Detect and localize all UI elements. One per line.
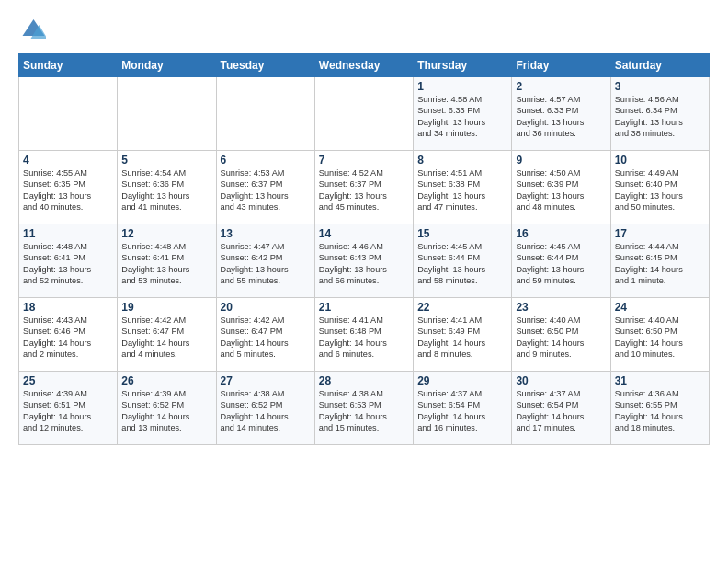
day-cell: 23Sunrise: 4:40 AM Sunset: 6:50 PM Dayli…	[512, 298, 610, 372]
day-info: Sunrise: 4:40 AM Sunset: 6:50 PM Dayligh…	[615, 315, 705, 361]
day-number: 2	[516, 80, 606, 93]
day-cell: 26Sunrise: 4:39 AM Sunset: 6:52 PM Dayli…	[118, 372, 216, 445]
day-info: Sunrise: 4:38 AM Sunset: 6:52 PM Dayligh…	[221, 388, 311, 434]
day-info: Sunrise: 4:43 AM Sunset: 6:46 PM Dayligh…	[23, 315, 113, 361]
day-number: 6	[221, 154, 311, 167]
day-number: 26	[121, 374, 211, 387]
day-cell: 25Sunrise: 4:39 AM Sunset: 6:51 PM Dayli…	[19, 372, 118, 445]
day-info: Sunrise: 4:58 AM Sunset: 6:33 PM Dayligh…	[417, 94, 507, 140]
weekday-header-sunday: Sunday	[19, 54, 118, 77]
day-cell	[216, 77, 314, 151]
day-info: Sunrise: 4:57 AM Sunset: 6:33 PM Dayligh…	[516, 94, 606, 140]
day-cell: 18Sunrise: 4:43 AM Sunset: 6:46 PM Dayli…	[19, 298, 118, 372]
day-number: 9	[516, 154, 606, 167]
day-info: Sunrise: 4:45 AM Sunset: 6:44 PM Dayligh…	[417, 241, 507, 287]
day-cell: 7Sunrise: 4:52 AM Sunset: 6:37 PM Daylig…	[314, 151, 413, 224]
day-info: Sunrise: 4:54 AM Sunset: 6:36 PM Dayligh…	[121, 167, 211, 213]
day-cell: 28Sunrise: 4:38 AM Sunset: 6:53 PM Dayli…	[314, 372, 413, 445]
day-number: 20	[221, 301, 311, 314]
day-number: 19	[121, 301, 211, 314]
day-info: Sunrise: 4:44 AM Sunset: 6:45 PM Dayligh…	[615, 241, 705, 287]
day-info: Sunrise: 4:48 AM Sunset: 6:41 PM Dayligh…	[121, 241, 211, 287]
day-cell: 21Sunrise: 4:41 AM Sunset: 6:48 PM Dayli…	[314, 298, 413, 372]
day-number: 31	[615, 374, 705, 387]
day-info: Sunrise: 4:40 AM Sunset: 6:50 PM Dayligh…	[516, 315, 606, 361]
day-info: Sunrise: 4:53 AM Sunset: 6:37 PM Dayligh…	[221, 167, 311, 213]
day-cell: 20Sunrise: 4:42 AM Sunset: 6:47 PM Dayli…	[216, 298, 314, 372]
day-info: Sunrise: 4:56 AM Sunset: 6:34 PM Dayligh…	[615, 94, 705, 140]
week-row-5: 25Sunrise: 4:39 AM Sunset: 6:51 PM Dayli…	[19, 372, 710, 445]
day-cell: 17Sunrise: 4:44 AM Sunset: 6:45 PM Dayli…	[610, 224, 709, 298]
calendar-header: SundayMondayTuesdayWednesdayThursdayFrid…	[19, 54, 710, 77]
day-cell: 5Sunrise: 4:54 AM Sunset: 6:36 PM Daylig…	[118, 151, 216, 224]
day-info: Sunrise: 4:36 AM Sunset: 6:55 PM Dayligh…	[615, 388, 705, 434]
weekday-header-friday: Friday	[512, 54, 610, 77]
day-info: Sunrise: 4:51 AM Sunset: 6:38 PM Dayligh…	[417, 167, 507, 213]
weekday-header-thursday: Thursday	[414, 54, 512, 77]
day-info: Sunrise: 4:37 AM Sunset: 6:54 PM Dayligh…	[417, 388, 507, 434]
day-cell: 16Sunrise: 4:45 AM Sunset: 6:44 PM Dayli…	[512, 224, 610, 298]
day-info: Sunrise: 4:49 AM Sunset: 6:40 PM Dayligh…	[615, 167, 705, 213]
day-number: 7	[319, 154, 409, 167]
day-cell: 19Sunrise: 4:42 AM Sunset: 6:47 PM Dayli…	[118, 298, 216, 372]
day-number: 15	[417, 227, 507, 240]
day-number: 21	[319, 301, 409, 314]
day-number: 24	[615, 301, 705, 314]
day-number: 13	[221, 227, 311, 240]
day-cell: 4Sunrise: 4:55 AM Sunset: 6:35 PM Daylig…	[19, 151, 118, 224]
day-number: 22	[417, 301, 507, 314]
day-info: Sunrise: 4:42 AM Sunset: 6:47 PM Dayligh…	[221, 315, 311, 361]
day-info: Sunrise: 4:41 AM Sunset: 6:49 PM Dayligh…	[417, 315, 507, 361]
day-number: 28	[319, 374, 409, 387]
weekday-header-wednesday: Wednesday	[314, 54, 413, 77]
day-info: Sunrise: 4:47 AM Sunset: 6:42 PM Dayligh…	[221, 241, 311, 287]
day-info: Sunrise: 4:41 AM Sunset: 6:48 PM Dayligh…	[319, 315, 409, 361]
day-number: 1	[417, 80, 507, 93]
day-number: 25	[23, 374, 113, 387]
day-info: Sunrise: 4:37 AM Sunset: 6:54 PM Dayligh…	[516, 388, 606, 434]
day-number: 23	[516, 301, 606, 314]
day-cell: 3Sunrise: 4:56 AM Sunset: 6:34 PM Daylig…	[610, 77, 709, 151]
day-info: Sunrise: 4:42 AM Sunset: 6:47 PM Dayligh…	[121, 315, 211, 361]
day-cell: 24Sunrise: 4:40 AM Sunset: 6:50 PM Dayli…	[610, 298, 709, 372]
day-cell	[314, 77, 413, 151]
day-cell: 10Sunrise: 4:49 AM Sunset: 6:40 PM Dayli…	[610, 151, 709, 224]
logo	[18, 17, 48, 44]
calendar-body: 1Sunrise: 4:58 AM Sunset: 6:33 PM Daylig…	[19, 77, 710, 445]
day-number: 18	[23, 301, 113, 314]
day-cell: 27Sunrise: 4:38 AM Sunset: 6:52 PM Dayli…	[216, 372, 314, 445]
day-number: 10	[615, 154, 705, 167]
day-cell: 1Sunrise: 4:58 AM Sunset: 6:33 PM Daylig…	[414, 77, 512, 151]
day-number: 5	[121, 154, 211, 167]
week-row-2: 4Sunrise: 4:55 AM Sunset: 6:35 PM Daylig…	[19, 151, 710, 224]
day-cell	[19, 77, 118, 151]
day-cell: 13Sunrise: 4:47 AM Sunset: 6:42 PM Dayli…	[216, 224, 314, 298]
day-cell: 2Sunrise: 4:57 AM Sunset: 6:33 PM Daylig…	[512, 77, 610, 151]
day-cell: 15Sunrise: 4:45 AM Sunset: 6:44 PM Dayli…	[414, 224, 512, 298]
day-cell: 9Sunrise: 4:50 AM Sunset: 6:39 PM Daylig…	[512, 151, 610, 224]
week-row-4: 18Sunrise: 4:43 AM Sunset: 6:46 PM Dayli…	[19, 298, 710, 372]
day-info: Sunrise: 4:48 AM Sunset: 6:41 PM Dayligh…	[23, 241, 113, 287]
day-info: Sunrise: 4:39 AM Sunset: 6:52 PM Dayligh…	[121, 388, 211, 434]
day-cell: 6Sunrise: 4:53 AM Sunset: 6:37 PM Daylig…	[216, 151, 314, 224]
day-cell: 31Sunrise: 4:36 AM Sunset: 6:55 PM Dayli…	[610, 372, 709, 445]
day-info: Sunrise: 4:39 AM Sunset: 6:51 PM Dayligh…	[23, 388, 113, 434]
day-info: Sunrise: 4:55 AM Sunset: 6:35 PM Dayligh…	[23, 167, 113, 213]
weekday-row: SundayMondayTuesdayWednesdayThursdayFrid…	[19, 54, 710, 77]
header	[18, 17, 710, 44]
day-number: 8	[417, 154, 507, 167]
weekday-header-saturday: Saturday	[610, 54, 709, 77]
day-number: 29	[417, 374, 507, 387]
day-number: 27	[221, 374, 311, 387]
week-row-3: 11Sunrise: 4:48 AM Sunset: 6:41 PM Dayli…	[19, 224, 710, 298]
day-number: 16	[516, 227, 606, 240]
day-cell: 12Sunrise: 4:48 AM Sunset: 6:41 PM Dayli…	[118, 224, 216, 298]
logo-icon	[18, 17, 46, 44]
page: SundayMondayTuesdayWednesdayThursdayFrid…	[0, 0, 728, 563]
day-cell: 11Sunrise: 4:48 AM Sunset: 6:41 PM Dayli…	[19, 224, 118, 298]
day-number: 4	[23, 154, 113, 167]
day-number: 17	[615, 227, 705, 240]
day-cell: 8Sunrise: 4:51 AM Sunset: 6:38 PM Daylig…	[414, 151, 512, 224]
day-info: Sunrise: 4:46 AM Sunset: 6:43 PM Dayligh…	[319, 241, 409, 287]
day-cell: 14Sunrise: 4:46 AM Sunset: 6:43 PM Dayli…	[314, 224, 413, 298]
